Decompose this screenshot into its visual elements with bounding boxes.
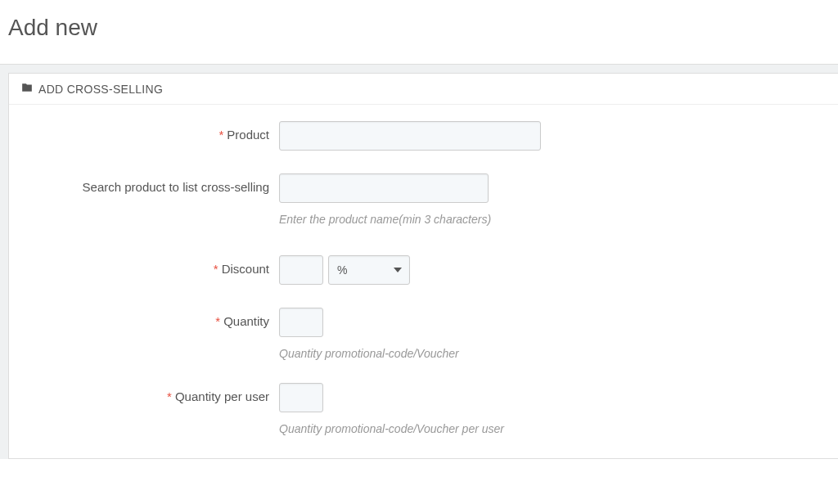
panel-body: *Product Search product to list cross-se… xyxy=(9,105,838,435)
panel-header: ADD CROSS-SELLING xyxy=(9,74,838,105)
quantity-per-user-row: *Quantity per user Quantity promotional-… xyxy=(9,383,838,435)
product-label-text: Product xyxy=(227,128,269,142)
quantity-per-user-input[interactable] xyxy=(279,383,323,412)
required-asterisk: * xyxy=(215,314,220,328)
quantity-per-user-label-text: Quantity per user xyxy=(175,389,269,403)
search-product-input[interactable] xyxy=(279,173,489,203)
folder-icon xyxy=(20,82,38,96)
panel-header-title: ADD CROSS-SELLING xyxy=(38,83,163,96)
quantity-label-text: Quantity xyxy=(223,314,269,328)
product-label: *Product xyxy=(9,121,279,142)
discount-label: *Discount xyxy=(9,255,279,276)
product-input[interactable] xyxy=(279,121,541,151)
quantity-help-text: Quantity promotional-code/Voucher xyxy=(279,347,838,360)
product-row: *Product xyxy=(9,121,838,151)
quantity-per-user-label: *Quantity per user xyxy=(9,383,279,403)
discount-row: *Discount % xyxy=(9,255,838,285)
required-asterisk: * xyxy=(167,389,172,403)
cross-selling-panel: ADD CROSS-SELLING *Product Search produc… xyxy=(8,73,838,459)
quantity-label: *Quantity xyxy=(9,308,279,328)
discount-unit-select[interactable]: % xyxy=(328,255,410,285)
discount-input[interactable] xyxy=(279,255,323,285)
required-asterisk: * xyxy=(219,128,223,142)
required-asterisk: * xyxy=(214,262,219,276)
search-label: Search product to list cross-selling xyxy=(9,173,279,194)
search-row: Search product to list cross-selling Ent… xyxy=(9,173,838,226)
discount-label-text: Discount xyxy=(222,262,269,276)
quantity-per-user-help-text: Quantity promotional-code/Voucher per us… xyxy=(279,422,838,435)
search-help-text: Enter the product name(min 3 characters) xyxy=(279,213,838,226)
search-label-text: Search product to list cross-selling xyxy=(83,180,269,194)
page-title: Add new xyxy=(0,0,838,64)
content-area: ADD CROSS-SELLING *Product Search produc… xyxy=(0,64,838,459)
quantity-input[interactable] xyxy=(279,308,323,337)
quantity-row: *Quantity Quantity promotional-code/Vouc… xyxy=(9,308,838,360)
